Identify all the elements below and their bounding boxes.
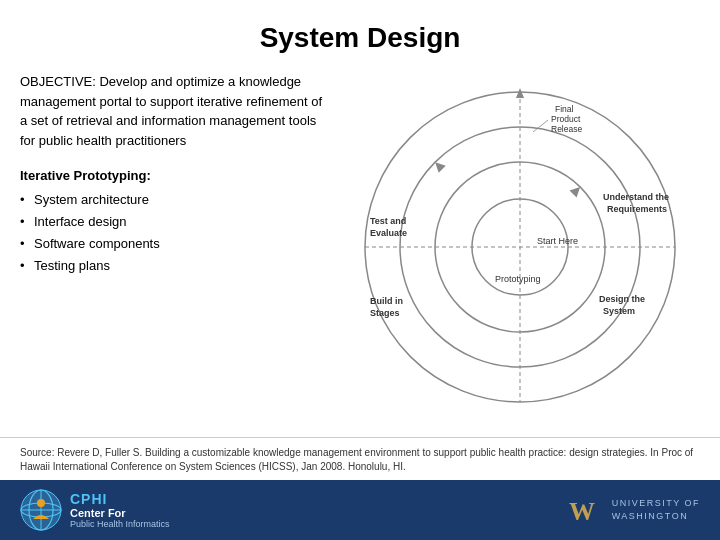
svg-text:Stages: Stages — [370, 308, 400, 318]
cphi-logo: CPHI Center For Public Health Informatic… — [20, 489, 170, 531]
right-column: Final Product Release Understand the Req… — [340, 72, 700, 431]
list-item: System architecture — [20, 189, 325, 211]
svg-marker-22 — [569, 183, 583, 197]
uw-logo-area: W UNIVERSITY OF WASHINGTON — [560, 488, 700, 532]
svg-text:Release: Release — [551, 124, 582, 134]
main-content: OBJECTIVE: Develop and optimize a knowle… — [0, 62, 720, 431]
spiral-diagram: Final Product Release Understand the Req… — [355, 82, 685, 412]
svg-text:Design the: Design the — [599, 294, 645, 304]
svg-marker-21 — [432, 159, 446, 173]
svg-text:Understand the: Understand the — [603, 192, 669, 202]
uw-logo-icon: W — [560, 488, 604, 532]
cphi-text: CPHI Center For Public Health Informatic… — [70, 491, 170, 529]
list-item: Testing plans — [20, 255, 325, 277]
svg-text:Requirements: Requirements — [607, 204, 667, 214]
svg-text:System: System — [603, 306, 635, 316]
iterative-heading: Iterative Prototyping: — [20, 168, 325, 183]
svg-text:Test and: Test and — [370, 216, 406, 226]
svg-marker-6 — [516, 88, 524, 98]
svg-text:Evaluate: Evaluate — [370, 228, 407, 238]
source-text: Source: Revere D, Fuller S. Building a c… — [0, 437, 720, 480]
cphi-subtitle: Public Health Informatics — [70, 519, 170, 529]
left-column: OBJECTIVE: Develop and optimize a knowle… — [20, 72, 340, 431]
svg-text:Prototyping: Prototyping — [495, 274, 541, 284]
svg-text:Final: Final — [555, 104, 574, 114]
svg-text:Start Here: Start Here — [537, 236, 578, 246]
objective-text: OBJECTIVE: Develop and optimize a knowle… — [20, 72, 325, 150]
cphi-full-name: Center For — [70, 507, 170, 519]
uw-text: UNIVERSITY OF WASHINGTON — [612, 497, 700, 522]
list-item: Software components — [20, 233, 325, 255]
svg-text:Product: Product — [551, 114, 581, 124]
svg-point-28 — [37, 499, 45, 507]
svg-text:W: W — [569, 497, 595, 526]
slide-container: System Design OBJECTIVE: Develop and opt… — [0, 0, 720, 540]
page-title: System Design — [0, 10, 720, 62]
cphi-abbreviation: CPHI — [70, 491, 170, 507]
footer-left: CPHI Center For Public Health Informatic… — [20, 489, 170, 531]
list-item: Interface design — [20, 211, 325, 233]
cphi-icon — [20, 489, 62, 531]
bullet-list: System architecture Interface design Sof… — [20, 189, 325, 277]
svg-text:Build in: Build in — [370, 296, 403, 306]
footer-bar: CPHI Center For Public Health Informatic… — [0, 480, 720, 540]
